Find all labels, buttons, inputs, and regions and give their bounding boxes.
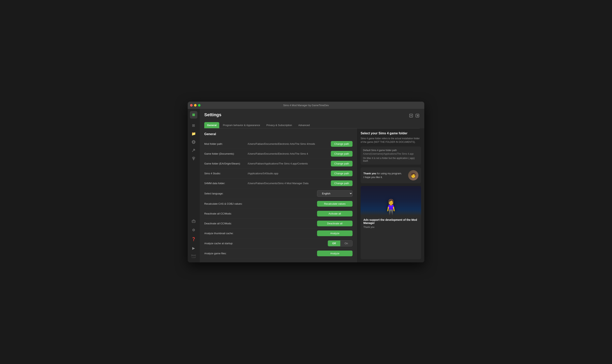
mod-folder-value: /Users/Fabian/Documents/Electronic Arts/… bbox=[248, 143, 331, 145]
game-docs-label: Game folder (Documents): bbox=[204, 152, 248, 155]
s4mm-data-label: S4MM data folder: bbox=[204, 182, 248, 185]
analyze-game-label: Analyze game files: bbox=[204, 252, 248, 255]
deactivate-label: Deactivate all CC/Mods: bbox=[204, 222, 248, 225]
avatar: 🧑 bbox=[408, 170, 418, 181]
minimize-button[interactable] bbox=[194, 104, 197, 106]
analyze-game-btn[interactable]: Analyze bbox=[317, 250, 353, 256]
settings-main: General Mod folder path: /Users/Fabian/D… bbox=[200, 129, 357, 262]
import-icon[interactable] bbox=[409, 114, 413, 119]
version-label: [Beta] 1.2.8 bbox=[191, 254, 196, 259]
game-ea-value: /Users/Fabian/Applications/The Sims 4.ap… bbox=[248, 162, 331, 165]
sidebar-item-help[interactable]: ❓ bbox=[190, 235, 197, 243]
toggle-on-btn[interactable]: On bbox=[340, 240, 352, 246]
path-box-title: Default Sims 4 game folder path bbox=[363, 149, 419, 152]
sidebar-item-folder[interactable]: 📁 bbox=[190, 130, 197, 138]
mod-folder-label: Mod folder path: bbox=[204, 143, 248, 145]
sidebar: ⊞ 📁 bbox=[188, 109, 200, 262]
path-box-value: /Users/(Username)/Applications/The Sims … bbox=[363, 153, 419, 155]
settings-tabs: General Program behavior & Appearance Pr… bbox=[204, 122, 420, 129]
mod-folder-change-btn[interactable]: Change path bbox=[331, 141, 353, 147]
deactivate-row: Deactivate all CC/Mods: Deactivate all bbox=[204, 219, 353, 229]
sidebar-item-play[interactable]: ▶ bbox=[190, 245, 197, 252]
sidebar-item-network[interactable] bbox=[190, 138, 197, 146]
s4mm-data-row: S4MM data folder: /Users/Fabian/Document… bbox=[204, 179, 353, 188]
tab-privacy[interactable]: Privacy & Subscription bbox=[264, 122, 295, 128]
activate-all-btn[interactable]: Activate all bbox=[317, 211, 353, 217]
path-box-note: On Mac it is not a folder but the applic… bbox=[363, 157, 419, 162]
reactivate-label: Reactivate all CC/Mods: bbox=[204, 212, 248, 215]
sidebar-item-tools[interactable] bbox=[190, 146, 197, 154]
sidebar-item-pin[interactable] bbox=[190, 155, 197, 162]
main-content: Settings General Program behavior & Appe… bbox=[200, 109, 424, 262]
s4mm-data-change-btn[interactable]: Change path bbox=[331, 181, 353, 186]
ads-text-area: Ads support the development of the Mod M… bbox=[361, 216, 421, 231]
language-label: Select language: bbox=[204, 192, 248, 195]
language-row: Select language: English bbox=[204, 188, 353, 199]
tab-program-behavior[interactable]: Program behavior & Appearance bbox=[220, 122, 263, 128]
right-panel: Select your Sims 4 game folder Sims 4 ga… bbox=[357, 129, 424, 262]
game-ea-label: Game folder (EA/Origin/Steam): bbox=[204, 162, 248, 165]
info-text: Sims 4 game folder refers to the actual … bbox=[361, 137, 421, 144]
close-button[interactable] bbox=[190, 104, 193, 106]
game-docs-row: Game folder (Documents): /Users/Fabian/D… bbox=[204, 149, 353, 159]
tab-advanced[interactable]: Advanced bbox=[296, 122, 313, 128]
maximize-button[interactable] bbox=[198, 104, 201, 106]
tab-general[interactable]: General bbox=[204, 122, 219, 128]
section-title: General bbox=[204, 132, 353, 136]
titlebar: Sims 4 Mod Manager by GameTimeDev bbox=[188, 102, 424, 109]
recalculate-btn[interactable]: Recalculate values bbox=[317, 201, 353, 207]
window-controls[interactable] bbox=[190, 104, 201, 106]
ads-headline: Ads support the development of the Mod M… bbox=[363, 218, 418, 224]
logo-diamond bbox=[191, 112, 196, 117]
analyze-game-row: Analyze game files: Analyze bbox=[204, 248, 353, 259]
deactivate-all-btn[interactable]: Deactivate all bbox=[317, 221, 353, 226]
sims4studio-value: /Applications/S4Studio.app bbox=[248, 172, 331, 175]
ads-box: 🧍‍♀️ Ads support the development of the … bbox=[361, 186, 421, 259]
thank-you-bold: Thank you bbox=[363, 172, 376, 175]
settings-header: Settings General Program behavior & Appe… bbox=[200, 109, 424, 129]
analyze-cache-btn[interactable]: Analyze bbox=[317, 231, 353, 236]
sims4studio-row: Sims 4 Studio: /Applications/S4Studio.ap… bbox=[204, 169, 353, 179]
analyze-cache-row: Analyze thumbnail cache: Analyze bbox=[204, 229, 353, 238]
recalculate-label: Recalculate CAS & COBJ values: bbox=[204, 202, 248, 205]
analyze-cache-label: Analyze thumbnail cache: bbox=[204, 232, 248, 235]
settings-body: General Mod folder path: /Users/Fabian/D… bbox=[200, 129, 424, 262]
sidebar-item-grid[interactable]: ⊞ bbox=[190, 122, 197, 129]
toggle-off-btn[interactable]: Off bbox=[328, 240, 340, 246]
language-select[interactable]: English bbox=[317, 190, 353, 197]
sidebar-item-settings[interactable]: ⚙ bbox=[190, 226, 197, 234]
path-info-box: Default Sims 4 game folder path /Users/(… bbox=[361, 146, 421, 165]
reactivate-row: Reactivate all CC/Mods: Activate all bbox=[204, 209, 353, 219]
window-title: Sims 4 Mod Manager by GameTimeDev bbox=[283, 104, 329, 107]
game-ea-change-btn[interactable]: Change path bbox=[331, 161, 353, 167]
thank-you-text: Thank you for using my program. I hope y… bbox=[363, 171, 406, 179]
ads-sub: Thank you bbox=[363, 226, 418, 229]
mod-folder-row: Mod folder path: /Users/Fabian/Documents… bbox=[204, 139, 353, 149]
app-logo bbox=[190, 111, 197, 118]
sidebar-item-briefcase[interactable] bbox=[190, 217, 197, 225]
s4mm-data-value: /Users/Fabian/Documents/Sims 4 Mod Manag… bbox=[248, 182, 331, 185]
analyze-startup-label: Analyze cache at startup: bbox=[204, 242, 248, 245]
sims4studio-change-btn[interactable]: Change path bbox=[331, 170, 353, 176]
page-title: Settings bbox=[204, 112, 221, 117]
game-docs-change-btn[interactable]: Change path bbox=[331, 151, 353, 156]
info-title: Select your Sims 4 game folder bbox=[361, 131, 421, 135]
game-ea-row: Game folder (EA/Origin/Steam): /Users/Fa… bbox=[204, 159, 353, 169]
analyze-startup-row: Analyze cache at startup: Off On bbox=[204, 238, 353, 248]
recalculate-row: Recalculate CAS & COBJ values: Recalcula… bbox=[204, 199, 353, 209]
startup-toggle-group: Off On bbox=[328, 240, 353, 247]
export-icon[interactable] bbox=[415, 114, 420, 119]
ads-image-area: 🧍‍♀️ bbox=[361, 186, 421, 216]
sims4studio-label: Sims 4 Studio: bbox=[204, 172, 248, 175]
game-docs-value: /Users/Fabian/Documents/Electronic Arts/… bbox=[248, 152, 331, 155]
thank-you-box: Thank you for using my program. I hope y… bbox=[361, 168, 421, 183]
